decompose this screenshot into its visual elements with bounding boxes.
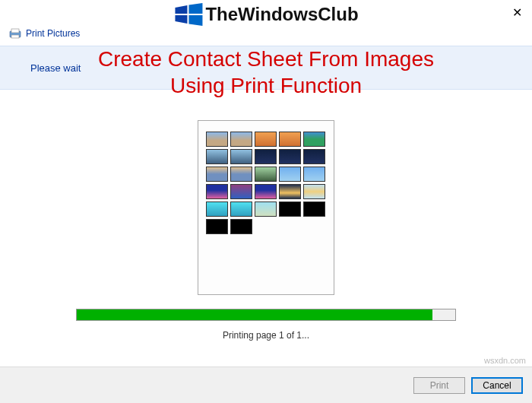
thumbnail <box>206 184 228 199</box>
print-button: Print <box>413 377 465 394</box>
thumb-row <box>206 167 326 182</box>
thumbnail <box>303 149 325 164</box>
svg-marker-2 <box>175 15 187 24</box>
svg-marker-0 <box>175 5 187 14</box>
thumbnail <box>230 167 252 182</box>
thumb-row <box>206 202 326 217</box>
thumbnail <box>206 167 228 182</box>
thumbnail <box>255 149 277 164</box>
close-icon[interactable]: ✕ <box>509 5 524 21</box>
thumbnail <box>255 132 277 147</box>
thumbnail <box>206 132 228 147</box>
thumbnail <box>303 132 325 147</box>
progress-fill <box>77 309 432 320</box>
cancel-button[interactable]: Cancel <box>471 377 523 394</box>
progress-bar <box>76 309 456 321</box>
thumb-row <box>206 184 326 199</box>
svg-rect-6 <box>11 35 19 38</box>
thumbnail <box>279 184 301 199</box>
print-pictures-icon <box>9 27 21 40</box>
brand-logo: TheWindowsClub <box>173 3 358 26</box>
thumbnail <box>279 132 301 147</box>
thumbnail <box>255 184 277 199</box>
contact-sheet-preview <box>198 120 334 295</box>
progress-label: Printing page 1 of 1... <box>0 330 532 341</box>
thumb-row <box>206 149 326 164</box>
thumb-row <box>206 219 326 234</box>
dialog-button-bar: Print Cancel <box>0 367 532 403</box>
thumbnail <box>279 167 301 182</box>
thumbnail <box>230 132 252 147</box>
thumbnail <box>230 202 252 217</box>
thumbnail <box>279 149 301 164</box>
window-title: Print Pictures <box>26 28 80 39</box>
svg-rect-5 <box>11 29 19 33</box>
thumbnail <box>303 167 325 182</box>
thumb-row <box>206 132 326 147</box>
thumbnail <box>206 202 228 217</box>
svg-marker-1 <box>188 3 202 14</box>
thumbnail <box>230 184 252 199</box>
thumbnail <box>206 149 228 164</box>
brand-name: TheWindowsClub <box>205 4 358 25</box>
thumbnail <box>303 202 325 217</box>
svg-marker-3 <box>188 15 202 26</box>
heading-line-1: Create Contact Sheet From Images <box>30 46 502 72</box>
thumbnail <box>230 219 252 234</box>
preview-area <box>0 120 532 295</box>
article-heading: Create Contact Sheet From Images Using P… <box>0 44 532 103</box>
thumbnail <box>230 149 252 164</box>
heading-line-2: Using Print Function <box>30 72 502 99</box>
thumbnail <box>303 184 325 199</box>
thumbnail <box>255 202 277 217</box>
thumbnail <box>279 202 301 217</box>
watermark: wsxdn.com <box>484 356 526 365</box>
thumbnail <box>206 219 228 234</box>
windows-logo-icon <box>173 3 204 26</box>
thumbnail <box>255 167 277 182</box>
